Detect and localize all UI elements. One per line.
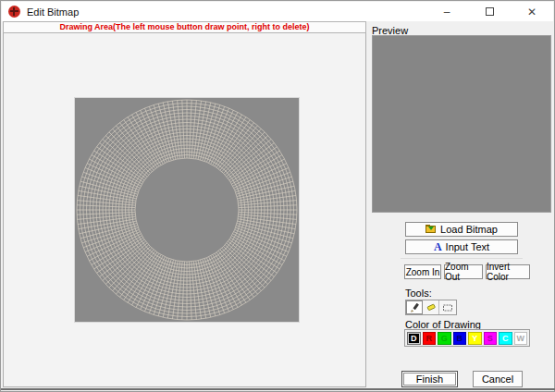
- color-swatch-c[interactable]: C: [499, 332, 512, 345]
- maximize-icon: [486, 7, 494, 16]
- color-swatch-y[interactable]: Y: [468, 332, 482, 345]
- text-a-icon: A: [434, 240, 442, 254]
- color-swatch-g[interactable]: G: [438, 332, 451, 345]
- open-folder-icon: [426, 225, 437, 234]
- load-bitmap-label: Load Bitmap: [440, 224, 498, 235]
- maximize-button[interactable]: [468, 2, 511, 21]
- eraser-tool[interactable]: [423, 300, 439, 314]
- input-text-button[interactable]: A Input Text: [405, 239, 518, 254]
- invert-color-button[interactable]: Invert Color: [486, 264, 530, 279]
- bitmap-canvas[interactable]: [75, 98, 299, 322]
- drawing-area-caption-text: Drawing Area(The left mouse button draw …: [59, 23, 309, 31]
- zoom-in-button[interactable]: Zoom In: [404, 264, 441, 279]
- preview-box: [372, 35, 551, 213]
- finish-button[interactable]: Finish: [401, 371, 458, 387]
- cancel-button[interactable]: Cancel: [473, 371, 523, 387]
- bottom-edge: [1, 388, 555, 390]
- close-button[interactable]: ✕: [511, 2, 553, 21]
- load-bitmap-button[interactable]: Load Bitmap: [405, 222, 518, 237]
- window-title: Edit Bitmap: [27, 6, 79, 18]
- drawing-area[interactable]: [3, 33, 366, 387]
- app-icon: [8, 6, 20, 18]
- color-swatch-d[interactable]: D: [407, 332, 421, 345]
- minimize-button[interactable]: –: [426, 2, 468, 21]
- window-controls: – ✕: [426, 2, 553, 21]
- input-text-label: Input Text: [446, 241, 490, 252]
- edit-bitmap-window: Edit Bitmap – ✕ Drawing Area(The left mo…: [0, 0, 555, 392]
- color-palette: DRGBYSCW: [404, 329, 530, 347]
- color-swatch-s[interactable]: S: [484, 332, 498, 345]
- rect-tool[interactable]: [439, 300, 456, 314]
- color-swatch-r[interactable]: R: [423, 332, 437, 345]
- color-swatch-w[interactable]: W: [514, 332, 528, 345]
- pencil-tool[interactable]: [406, 300, 423, 314]
- tools-label: Tools:: [405, 288, 432, 299]
- drawing-area-caption: Drawing Area(The left mouse button draw …: [3, 21, 366, 33]
- right-panel: Preview Load Bitmap A Input Text Zoom In…: [368, 21, 555, 390]
- zoom-out-button[interactable]: Zoom Out: [444, 264, 483, 279]
- separator-line: [401, 258, 523, 259]
- ring-mesh: [75, 98, 299, 322]
- tools-group: [405, 300, 457, 315]
- color-swatch-b[interactable]: B: [453, 332, 467, 345]
- title-bar: Edit Bitmap – ✕: [2, 2, 553, 21]
